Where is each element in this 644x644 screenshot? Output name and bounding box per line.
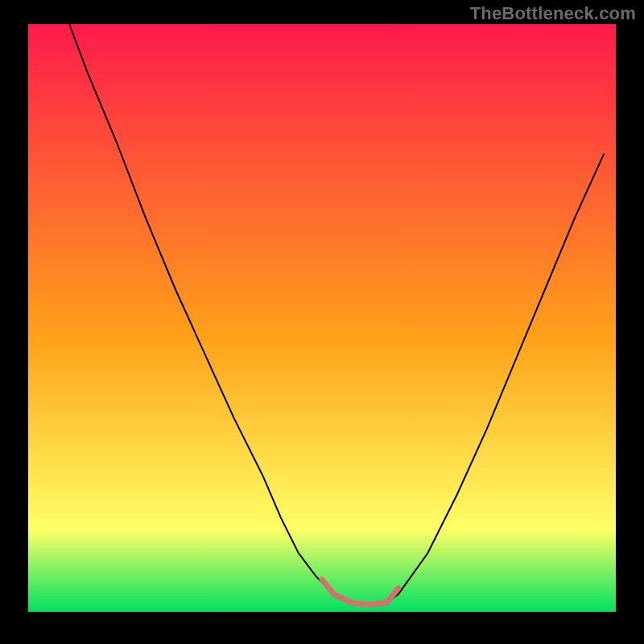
plot-background [28,24,616,612]
bottleneck-chart [28,24,616,612]
chart-container: TheBottleneck.com [0,0,644,644]
watermark-text: TheBottleneck.com [470,3,636,24]
